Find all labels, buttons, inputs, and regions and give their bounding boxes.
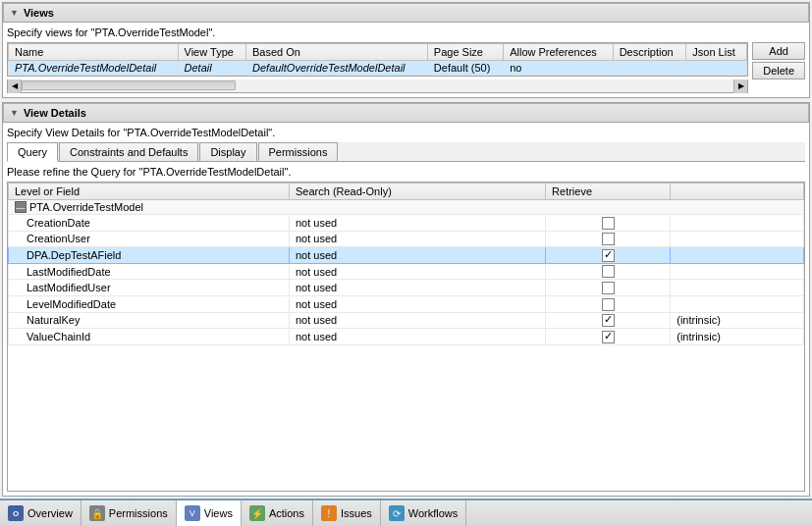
view-details-arrow: ▼ bbox=[10, 108, 19, 118]
query-desc: Please refine the Query for "PTA.Overrid… bbox=[7, 166, 805, 178]
query-table-row[interactable]: NaturalKeynot used(intrinsic) bbox=[9, 312, 804, 329]
query-table-row[interactable]: LastModifiedUsernot used bbox=[9, 280, 804, 296]
views-table-scroll[interactable]: Name View Type Based On Page Size Allow … bbox=[7, 42, 748, 77]
hscroll-track[interactable] bbox=[22, 79, 733, 92]
views-button-column: Add Delete bbox=[752, 42, 805, 79]
hscroll-right[interactable]: ▶ bbox=[733, 79, 747, 93]
bottom-tabbar: O Overview 🔒 Permissions V Views ⚡ Actio… bbox=[0, 499, 812, 526]
retrieve-checkbox[interactable] bbox=[602, 217, 615, 230]
retrieve-checkbox[interactable] bbox=[602, 282, 615, 294]
bottom-tab-issues-label: Issues bbox=[341, 507, 372, 519]
view-details-header[interactable]: ▼ View Details bbox=[3, 103, 809, 123]
query-col-search: Search (Read-Only) bbox=[289, 184, 545, 200]
query-col-retrieve: Retrieve bbox=[546, 184, 671, 200]
views-table-row[interactable]: PTA.OverrideTestModelDetailDetailDefault… bbox=[9, 61, 747, 76]
hscroll-left[interactable]: ◀ bbox=[8, 79, 22, 93]
view-details-desc: Specify View Details for "PTA.OverrideTe… bbox=[7, 127, 805, 138]
col-view-type: View Type bbox=[178, 44, 246, 61]
bottom-tab-overview[interactable]: O Overview bbox=[0, 500, 81, 526]
bottom-tab-workflows-label: Workflows bbox=[408, 507, 459, 519]
overview-icon: O bbox=[8, 505, 24, 521]
query-table-container[interactable]: Level or Field Search (Read-Only) Retrie… bbox=[7, 182, 805, 492]
retrieve-checkbox[interactable] bbox=[602, 314, 615, 327]
query-table: Level or Field Search (Read-Only) Retrie… bbox=[8, 183, 804, 345]
retrieve-checkbox[interactable] bbox=[602, 233, 615, 245]
query-group-row[interactable]: —PTA.OverrideTestModel bbox=[9, 200, 804, 215]
bottom-tab-actions[interactable]: ⚡ Actions bbox=[242, 500, 313, 526]
bottom-tab-permissions[interactable]: 🔒 Permissions bbox=[81, 500, 177, 526]
view-details-title: View Details bbox=[24, 107, 86, 119]
add-button[interactable]: Add bbox=[752, 42, 805, 60]
permissions-icon: 🔒 bbox=[89, 505, 105, 521]
query-table-row[interactable]: DPA.DepTestAFieldnot used bbox=[9, 247, 804, 264]
query-tabs-bar: Query Constraints and Defaults Display P… bbox=[7, 142, 805, 162]
retrieve-checkbox[interactable] bbox=[602, 265, 615, 278]
col-json-list: Json List bbox=[686, 44, 747, 61]
bottom-tab-views[interactable]: V Views bbox=[177, 499, 242, 526]
tab-query[interactable]: Query bbox=[7, 142, 58, 162]
views-collapse-arrow: ▼ bbox=[10, 8, 19, 18]
actions-icon: ⚡ bbox=[249, 505, 265, 521]
bottom-tab-overview-label: Overview bbox=[27, 507, 73, 519]
bottom-tab-issues[interactable]: ! Issues bbox=[313, 500, 381, 526]
query-col-extra bbox=[671, 184, 804, 200]
col-based-on: Based On bbox=[246, 44, 428, 61]
hscroll-thumb bbox=[22, 80, 236, 90]
tab-permissions[interactable]: Permissions bbox=[258, 142, 339, 161]
col-description: Description bbox=[613, 44, 686, 61]
tab-constraints[interactable]: Constraints and Defaults bbox=[59, 142, 198, 161]
bottom-tab-workflows[interactable]: ⟳ Workflows bbox=[381, 500, 467, 526]
views-section-header[interactable]: ▼ Views bbox=[3, 3, 809, 23]
issues-icon: ! bbox=[321, 505, 337, 521]
views-section-title: Views bbox=[24, 7, 54, 19]
group-collapse-icon: — bbox=[15, 201, 27, 213]
delete-button[interactable]: Delete bbox=[752, 62, 805, 79]
views-table: Name View Type Based On Page Size Allow … bbox=[8, 43, 747, 76]
query-table-row[interactable]: LevelModifiedDatenot used bbox=[9, 295, 804, 312]
retrieve-checkbox[interactable] bbox=[602, 298, 615, 311]
views-desc: Specify views for "PTA.OverrideTestModel… bbox=[7, 26, 805, 38]
tab-display[interactable]: Display bbox=[199, 142, 256, 161]
query-table-row[interactable]: ValueChainIdnot used(intrinsic) bbox=[9, 329, 804, 345]
col-name: Name bbox=[9, 44, 179, 61]
query-col-field: Level or Field bbox=[9, 184, 290, 200]
query-table-row[interactable]: CreationDatenot used bbox=[9, 215, 804, 232]
bottom-tab-permissions-label: Permissions bbox=[109, 507, 168, 519]
retrieve-checkbox[interactable] bbox=[602, 249, 615, 262]
col-page-size: Page Size bbox=[427, 44, 503, 61]
workflows-icon: ⟳ bbox=[389, 505, 405, 521]
query-table-row[interactable]: CreationUsernot used bbox=[9, 231, 804, 247]
retrieve-checkbox[interactable] bbox=[602, 331, 615, 343]
bottom-tab-views-label: Views bbox=[204, 507, 233, 519]
bottom-tab-actions-label: Actions bbox=[269, 507, 304, 519]
query-table-row[interactable]: LastModifiedDatenot used bbox=[9, 263, 804, 280]
views-icon: V bbox=[185, 505, 200, 521]
col-allow-pref: Allow Preferences bbox=[504, 44, 614, 61]
